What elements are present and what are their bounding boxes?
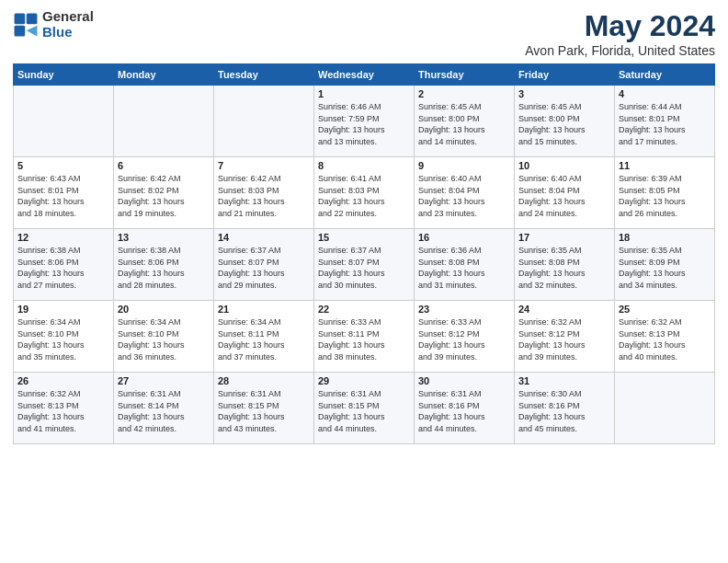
svg-rect-0 [15, 13, 26, 24]
header-day-tuesday: Tuesday [214, 64, 314, 86]
day-number: 11 [619, 160, 711, 171]
cell-content: Sunrise: 6:42 AM Sunset: 8:02 PM Dayligh… [118, 173, 210, 219]
cell-content: Sunrise: 6:31 AM Sunset: 8:15 PM Dayligh… [218, 388, 310, 434]
cell-content: Sunrise: 6:31 AM Sunset: 8:16 PM Dayligh… [418, 388, 510, 434]
day-number: 18 [619, 232, 711, 243]
day-number: 12 [17, 232, 109, 243]
calendar-cell: 9Sunrise: 6:40 AM Sunset: 8:04 PM Daylig… [415, 157, 515, 229]
header: General Blue May 2024 Avon Park, Florida… [13, 9, 715, 58]
calendar-cell [14, 86, 114, 157]
day-number: 29 [318, 375, 410, 386]
day-number: 21 [218, 304, 310, 315]
header-day-wednesday: Wednesday [314, 64, 415, 86]
day-number: 27 [118, 375, 210, 386]
svg-rect-1 [27, 13, 38, 24]
cell-content: Sunrise: 6:39 AM Sunset: 8:05 PM Dayligh… [619, 173, 711, 219]
cell-content: Sunrise: 6:43 AM Sunset: 8:01 PM Dayligh… [17, 173, 109, 219]
calendar-cell: 16Sunrise: 6:36 AM Sunset: 8:08 PM Dayli… [415, 229, 515, 301]
logo-general: General [42, 9, 94, 25]
calendar-cell [615, 373, 715, 444]
day-number: 5 [17, 160, 109, 171]
main-title: May 2024 [525, 9, 715, 43]
page: General Blue May 2024 Avon Park, Florida… [0, 0, 728, 563]
logo-text: General Blue [42, 9, 94, 40]
header-day-monday: Monday [114, 64, 214, 86]
week-row-1: 1Sunrise: 6:46 AM Sunset: 7:59 PM Daylig… [14, 86, 715, 157]
day-number: 20 [118, 304, 210, 315]
day-number: 16 [418, 232, 510, 243]
subtitle: Avon Park, Florida, United States [525, 43, 715, 58]
header-day-friday: Friday [515, 64, 615, 86]
cell-content: Sunrise: 6:45 AM Sunset: 8:00 PM Dayligh… [518, 101, 610, 147]
day-number: 31 [518, 375, 610, 386]
cell-content: Sunrise: 6:38 AM Sunset: 8:06 PM Dayligh… [17, 245, 109, 291]
day-number: 23 [418, 304, 510, 315]
day-number: 26 [17, 375, 109, 386]
cell-content: Sunrise: 6:32 AM Sunset: 8:12 PM Dayligh… [518, 316, 610, 362]
header-row: SundayMondayTuesdayWednesdayThursdayFrid… [14, 64, 715, 86]
header-day-saturday: Saturday [615, 64, 715, 86]
day-number: 22 [318, 304, 410, 315]
cell-content: Sunrise: 6:41 AM Sunset: 8:03 PM Dayligh… [318, 173, 410, 219]
calendar-cell: 15Sunrise: 6:37 AM Sunset: 8:07 PM Dayli… [314, 229, 415, 301]
calendar-cell: 26Sunrise: 6:32 AM Sunset: 8:13 PM Dayli… [14, 373, 114, 444]
day-number: 30 [418, 375, 510, 386]
cell-content: Sunrise: 6:31 AM Sunset: 8:15 PM Dayligh… [318, 388, 410, 434]
cell-content: Sunrise: 6:35 AM Sunset: 8:09 PM Dayligh… [619, 245, 711, 291]
calendar-cell: 3Sunrise: 6:45 AM Sunset: 8:00 PM Daylig… [515, 86, 615, 157]
day-number: 17 [518, 232, 610, 243]
logo-blue: Blue [42, 25, 94, 40]
calendar-cell: 29Sunrise: 6:31 AM Sunset: 8:15 PM Dayli… [314, 373, 415, 444]
week-row-2: 5Sunrise: 6:43 AM Sunset: 8:01 PM Daylig… [14, 157, 715, 229]
calendar-cell: 1Sunrise: 6:46 AM Sunset: 7:59 PM Daylig… [314, 86, 415, 157]
day-number: 24 [518, 304, 610, 315]
calendar-cell: 4Sunrise: 6:44 AM Sunset: 8:01 PM Daylig… [615, 86, 715, 157]
calendar-cell: 10Sunrise: 6:40 AM Sunset: 8:04 PM Dayli… [515, 157, 615, 229]
day-number: 3 [518, 88, 610, 99]
calendar-cell: 13Sunrise: 6:38 AM Sunset: 8:06 PM Dayli… [114, 229, 214, 301]
day-number: 4 [619, 88, 711, 99]
calendar-cell: 25Sunrise: 6:32 AM Sunset: 8:13 PM Dayli… [615, 301, 715, 373]
calendar-cell: 23Sunrise: 6:33 AM Sunset: 8:12 PM Dayli… [415, 301, 515, 373]
calendar-cell: 22Sunrise: 6:33 AM Sunset: 8:11 PM Dayli… [314, 301, 415, 373]
header-day-thursday: Thursday [415, 64, 515, 86]
calendar-cell: 5Sunrise: 6:43 AM Sunset: 8:01 PM Daylig… [14, 157, 114, 229]
week-row-5: 26Sunrise: 6:32 AM Sunset: 8:13 PM Dayli… [14, 373, 715, 444]
calendar-cell: 17Sunrise: 6:35 AM Sunset: 8:08 PM Dayli… [515, 229, 615, 301]
calendar-table: SundayMondayTuesdayWednesdayThursdayFrid… [13, 63, 715, 444]
calendar-cell: 28Sunrise: 6:31 AM Sunset: 8:15 PM Dayli… [214, 373, 314, 444]
cell-content: Sunrise: 6:42 AM Sunset: 8:03 PM Dayligh… [218, 173, 310, 219]
calendar-cell: 20Sunrise: 6:34 AM Sunset: 8:10 PM Dayli… [114, 301, 214, 373]
calendar-cell: 30Sunrise: 6:31 AM Sunset: 8:16 PM Dayli… [415, 373, 515, 444]
cell-content: Sunrise: 6:32 AM Sunset: 8:13 PM Dayligh… [619, 316, 711, 362]
cell-content: Sunrise: 6:40 AM Sunset: 8:04 PM Dayligh… [518, 173, 610, 219]
cell-content: Sunrise: 6:37 AM Sunset: 8:07 PM Dayligh… [218, 245, 310, 291]
calendar-cell: 14Sunrise: 6:37 AM Sunset: 8:07 PM Dayli… [214, 229, 314, 301]
cell-content: Sunrise: 6:31 AM Sunset: 8:14 PM Dayligh… [118, 388, 210, 434]
calendar-header: SundayMondayTuesdayWednesdayThursdayFrid… [14, 64, 715, 86]
day-number: 14 [218, 232, 310, 243]
cell-content: Sunrise: 6:33 AM Sunset: 8:12 PM Dayligh… [418, 316, 510, 362]
cell-content: Sunrise: 6:34 AM Sunset: 8:11 PM Dayligh… [218, 316, 310, 362]
logo-icon [13, 12, 39, 38]
logo: General Blue [13, 9, 94, 40]
calendar-cell [214, 86, 314, 157]
cell-content: Sunrise: 6:34 AM Sunset: 8:10 PM Dayligh… [17, 316, 109, 362]
calendar-cell: 7Sunrise: 6:42 AM Sunset: 8:03 PM Daylig… [214, 157, 314, 229]
calendar-cell: 2Sunrise: 6:45 AM Sunset: 8:00 PM Daylig… [415, 86, 515, 157]
cell-content: Sunrise: 6:44 AM Sunset: 8:01 PM Dayligh… [619, 101, 711, 147]
cell-content: Sunrise: 6:34 AM Sunset: 8:10 PM Dayligh… [118, 316, 210, 362]
day-number: 6 [118, 160, 210, 171]
week-row-3: 12Sunrise: 6:38 AM Sunset: 8:06 PM Dayli… [14, 229, 715, 301]
day-number: 13 [118, 232, 210, 243]
header-day-sunday: Sunday [14, 64, 114, 86]
calendar-body: 1Sunrise: 6:46 AM Sunset: 7:59 PM Daylig… [14, 86, 715, 444]
cell-content: Sunrise: 6:32 AM Sunset: 8:13 PM Dayligh… [17, 388, 109, 434]
calendar-cell: 11Sunrise: 6:39 AM Sunset: 8:05 PM Dayli… [615, 157, 715, 229]
cell-content: Sunrise: 6:30 AM Sunset: 8:16 PM Dayligh… [518, 388, 610, 434]
day-number: 9 [418, 160, 510, 171]
calendar-cell: 31Sunrise: 6:30 AM Sunset: 8:16 PM Dayli… [515, 373, 615, 444]
day-number: 28 [218, 375, 310, 386]
day-number: 10 [518, 160, 610, 171]
day-number: 1 [318, 88, 410, 99]
